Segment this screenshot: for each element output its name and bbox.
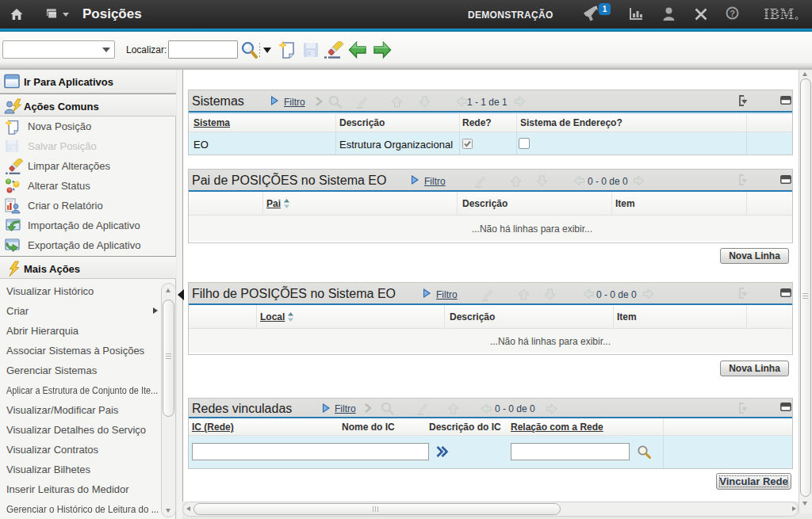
svg-text:IBM: IBM [764, 6, 794, 21]
svg-text:?: ? [730, 9, 735, 18]
